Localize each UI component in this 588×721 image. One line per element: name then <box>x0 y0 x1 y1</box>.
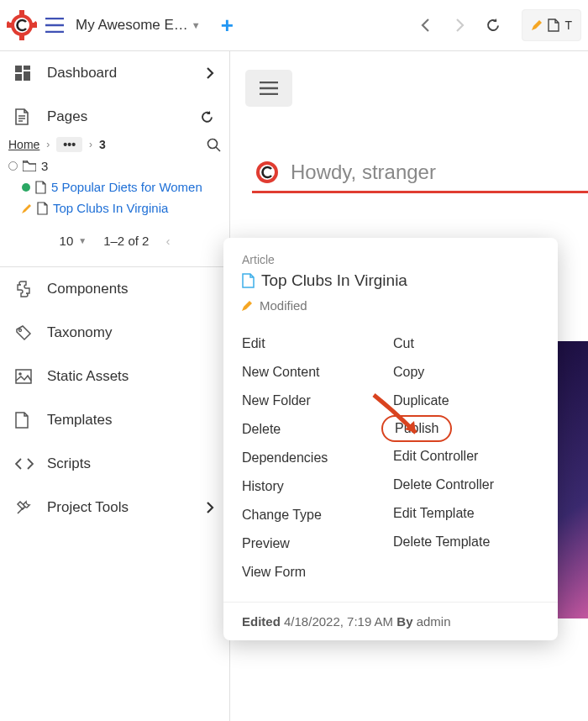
sidebar-item-dashboard[interactable]: Dashboard <box>0 51 229 95</box>
folder-label: 3 <box>41 159 48 173</box>
heading-underline <box>252 191 588 193</box>
ctx-edit-template[interactable]: Edit Template <box>393 499 539 528</box>
templates-icon <box>15 412 34 429</box>
sidebar-item-components[interactable]: Components <box>0 267 229 311</box>
file-icon <box>37 202 48 215</box>
pager: 10 ▼ 1–2 of 2 ‹ <box>0 218 229 263</box>
footer-user: admin <box>417 614 451 629</box>
pages-icon <box>15 108 34 125</box>
file-icon <box>548 18 559 32</box>
pencil-icon <box>22 203 32 213</box>
pencil-icon <box>242 300 253 311</box>
components-icon <box>15 281 34 297</box>
footer-edited-label: Edited <box>242 614 281 629</box>
ctx-duplicate[interactable]: Duplicate <box>393 387 539 415</box>
svg-rect-8 <box>15 66 22 72</box>
svg-point-12 <box>208 139 218 148</box>
ctx-copy[interactable]: Copy <box>393 358 539 387</box>
site-name: My Awesome E… <box>76 17 188 34</box>
sidebar-label: Dashboard <box>47 65 117 82</box>
ctx-change-type[interactable]: Change Type <box>242 501 388 529</box>
address-bar[interactable]: T <box>522 9 581 41</box>
breadcrumb-ellipsis[interactable]: ••• <box>56 137 82 152</box>
ctx-new-folder[interactable]: New Folder <box>242 387 388 415</box>
sidebar-label: Components <box>47 281 128 297</box>
file-icon <box>35 181 46 194</box>
breadcrumb-home[interactable]: Home <box>8 138 39 151</box>
sidebar-label: Project Tools <box>47 499 129 516</box>
sidebar-item-static-assets[interactable]: Static Assets <box>0 355 229 398</box>
ctx-history[interactable]: History <box>242 472 388 501</box>
image-icon <box>15 369 34 384</box>
ctx-delete-template[interactable]: Delete Template <box>393 528 539 556</box>
ctx-delete[interactable]: Delete <box>242 415 388 444</box>
new-tab-button[interactable]: + <box>213 13 242 39</box>
refresh-icon[interactable] <box>200 110 214 124</box>
page-range: 1–2 of 2 <box>103 234 149 248</box>
context-menu-footer: Edited 4/18/2022, 7:19 AM By admin <box>223 602 558 640</box>
context-menu-header: Article Top Clubs In Virginia Modified <box>223 238 558 321</box>
tree-item[interactable]: Top Clubs In Virginia <box>0 197 229 218</box>
svg-rect-9 <box>24 66 30 70</box>
top-bar: My Awesome E… ▼ + T <box>0 0 588 50</box>
address-text: T <box>564 18 572 32</box>
sidebar-item-pages[interactable]: Pages <box>0 95 229 134</box>
page-size-select[interactable]: 10 ▼ <box>60 234 87 248</box>
context-title: Top Clubs In Virginia <box>261 271 407 290</box>
menu-toggle-icon[interactable] <box>42 14 67 36</box>
context-menu-body: Edit New Content New Folder Delete Depen… <box>223 321 558 602</box>
caret-down-icon: ▼ <box>78 236 87 245</box>
ctx-edit-controller[interactable]: Edit Controller <box>393 442 539 471</box>
dashboard-icon <box>15 66 34 81</box>
tree-item-label[interactable]: Top Clubs In Virginia <box>53 201 168 215</box>
sidebar-label: Scripts <box>47 455 91 472</box>
ctx-publish[interactable]: Publish <box>381 415 452 442</box>
content-type-label: Article <box>242 253 539 266</box>
breadcrumb-current: 3 <box>99 138 106 151</box>
page-heading: Howdy, stranger <box>252 157 588 187</box>
page-prev-button[interactable]: ‹ <box>165 234 170 248</box>
tree-item[interactable]: 5 Popular Diets for Women <box>0 176 229 197</box>
ctx-delete-controller[interactable]: Delete Controller <box>393 471 539 499</box>
ctx-edit[interactable]: Edit <box>242 329 388 358</box>
sidebar-label: Templates <box>47 412 112 429</box>
heading-text: Howdy, stranger <box>291 161 436 184</box>
ctx-new-content[interactable]: New Content <box>242 358 388 387</box>
preview-menu-button[interactable] <box>245 70 292 107</box>
tools-icon <box>15 499 34 516</box>
sidebar-item-taxonomy[interactable]: Taxonomy <box>0 311 229 355</box>
ctx-view-form[interactable]: View Form <box>242 558 388 587</box>
svg-rect-11 <box>15 74 22 81</box>
tree-folder[interactable]: 3 <box>0 155 229 176</box>
sidebar-label: Pages <box>47 108 87 125</box>
sidebar-label: Taxonomy <box>47 324 112 341</box>
nav-forward-button[interactable] <box>445 11 474 39</box>
ctx-dependencies[interactable]: Dependencies <box>242 444 388 472</box>
context-menu: Article Top Clubs In Virginia Modified E… <box>223 238 558 640</box>
search-icon[interactable] <box>207 138 221 152</box>
folder-icon <box>23 161 36 171</box>
sidebar-item-scripts[interactable]: Scripts <box>0 442 229 486</box>
ctx-cut[interactable]: Cut <box>393 329 539 358</box>
nav-back-button[interactable] <box>412 11 440 39</box>
sidebar-item-project-tools[interactable]: Project Tools <box>0 486 229 529</box>
refresh-button[interactable] <box>479 11 508 40</box>
sidebar-label: Static Assets <box>47 368 129 385</box>
svg-point-13 <box>19 329 22 332</box>
page-size-value: 10 <box>60 234 74 248</box>
breadcrumb: Home › ••• › 3 <box>0 134 229 155</box>
site-selector[interactable]: My Awesome E… ▼ <box>72 17 204 34</box>
app-logo-gear <box>252 157 282 187</box>
pencil-icon <box>531 19 543 31</box>
sidebar: Dashboard Pages Home › ••• › 3 <box>0 51 230 721</box>
sidebar-item-templates[interactable]: Templates <box>0 398 229 442</box>
chevron-right-icon <box>206 67 214 79</box>
svg-point-15 <box>18 372 22 376</box>
tree-item-label[interactable]: 5 Popular Diets for Women <box>51 180 202 194</box>
ctx-preview[interactable]: Preview <box>242 529 388 558</box>
chevron-right-icon: › <box>46 139 50 150</box>
svg-rect-2 <box>19 35 24 40</box>
svg-rect-1 <box>19 10 24 15</box>
code-icon <box>15 458 34 470</box>
footer-date: 4/18/2022, 7:19 AM <box>284 614 393 629</box>
